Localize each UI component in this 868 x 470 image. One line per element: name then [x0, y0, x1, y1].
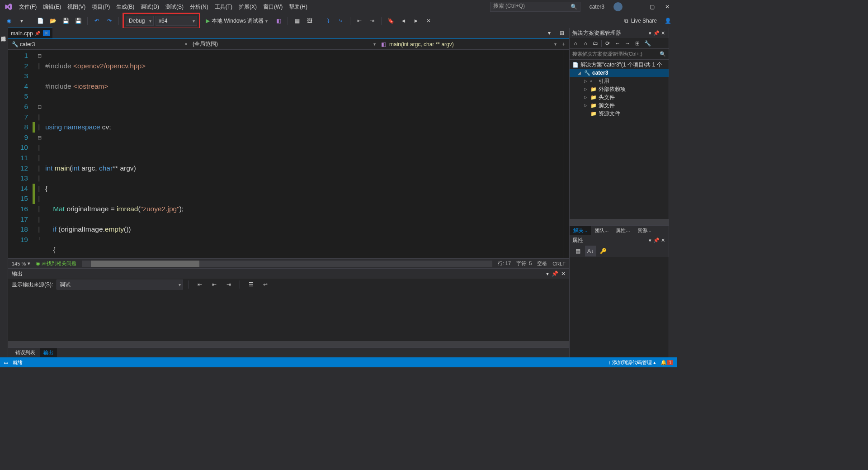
output-scrollbar[interactable]	[8, 341, 569, 347]
se-home2-icon[interactable]: ⌂	[581, 39, 590, 47]
bookmark-prev-icon[interactable]: ◄	[398, 15, 409, 26]
live-share-button[interactable]: ⧉ Live Share	[621, 18, 660, 24]
open-icon[interactable]: 📂	[47, 15, 58, 26]
nav-back-icon[interactable]: ◉	[4, 15, 14, 26]
solution-explorer-icon[interactable]: ⊞	[557, 28, 567, 38]
close-button[interactable]: ✕	[661, 2, 673, 11]
se-sync-icon[interactable]: 🗂	[591, 39, 599, 47]
menu-build[interactable]: 生成(B)	[113, 1, 137, 13]
menu-edit[interactable]: 编辑(E)	[40, 1, 64, 13]
output-pin-icon[interactable]: 📌	[552, 271, 558, 277]
menu-analyze[interactable]: 分析(N)	[187, 1, 211, 13]
fold-column[interactable]: ⊟│⊟││⊟│││││││││└	[35, 50, 43, 258]
props-menu-icon[interactable]: ▾	[647, 237, 653, 243]
config-dropdown[interactable]: Debug	[126, 16, 154, 26]
tab-properties[interactable]: 属性...	[612, 226, 633, 235]
props-alpha-icon[interactable]: A↓	[585, 246, 596, 256]
properties-body[interactable]	[570, 257, 669, 357]
bookmark-next-icon[interactable]: ►	[410, 15, 421, 26]
picture-icon[interactable]: 🖼	[304, 15, 315, 26]
app-icon[interactable]: ◧	[273, 15, 284, 26]
user-name[interactable]: cater3	[590, 4, 604, 10]
indent-left-icon[interactable]: ⇤	[354, 15, 365, 26]
nav-fwd-icon[interactable]: ▾	[16, 15, 27, 26]
maximize-button[interactable]: ▢	[646, 2, 658, 11]
project-node[interactable]: ◢🔧cater3	[570, 69, 669, 77]
ins-indicator[interactable]: 空格	[537, 260, 547, 267]
undo-icon[interactable]: ↶	[91, 15, 102, 26]
se-fwd-icon[interactable]: →	[623, 39, 632, 47]
file-tab-main[interactable]: main.cpp 📌 ✕	[8, 28, 52, 38]
save-icon[interactable]: 💾	[60, 15, 71, 26]
bookmark-clear-icon[interactable]: ✕	[423, 15, 434, 26]
bookmark-icon[interactable]: 🔖	[385, 15, 396, 26]
panel-pin-icon[interactable]: 📌	[653, 30, 660, 36]
redo-icon[interactable]: ↷	[104, 15, 115, 26]
menu-test[interactable]: 测试(S)	[163, 1, 186, 13]
sources-node[interactable]: ▷📁源文件	[570, 101, 669, 109]
horizontal-scrollbar[interactable]	[82, 261, 492, 267]
pin-icon[interactable]: 📌	[35, 31, 40, 36]
props-events-icon[interactable]: 🔑	[598, 246, 609, 256]
menu-window[interactable]: 窗口(W)	[260, 1, 285, 13]
tab-solution[interactable]: 解决...	[570, 226, 591, 235]
error-list-tab[interactable]: 错误列表	[12, 348, 39, 357]
external-deps-node[interactable]: ▷📁外部依赖项	[570, 85, 669, 93]
nav-scope-dropdown[interactable]: (全局范围)	[189, 39, 377, 49]
minimap[interactable]	[563, 50, 569, 258]
menu-tools[interactable]: 工具(T)	[212, 1, 235, 13]
menu-view[interactable]: 视图(V)	[65, 1, 88, 13]
toolbox-icon[interactable]: ▦	[292, 15, 302, 26]
zoom-dropdown[interactable]: 145 % ▾	[12, 261, 30, 266]
se-showall-icon[interactable]: ⊞	[633, 39, 642, 47]
tab-close-icon[interactable]: ✕	[43, 30, 50, 36]
issues-indicator[interactable]: ◉ 未找到相关问题	[36, 260, 76, 267]
output-dropdown-icon[interactable]: ▾	[546, 271, 549, 277]
panel-menu-icon[interactable]: ▾	[647, 30, 653, 36]
start-debug-button[interactable]: ▶ 本地 Windows 调试器 ▾	[202, 16, 271, 26]
solution-root[interactable]: 📄解决方案"cater3"(1 个项目/共 1 个	[570, 61, 669, 69]
col-indicator[interactable]: 字符: 5	[516, 260, 532, 267]
tab-resource-view[interactable]: 资源...	[634, 226, 655, 235]
indent-right-icon[interactable]: ⇥	[367, 15, 377, 26]
output-next-icon[interactable]: ⇥	[223, 279, 234, 290]
menu-extensions[interactable]: 扩展(X)	[236, 1, 259, 13]
server-explorer-tab[interactable]: 服务器资源管理器	[0, 30, 8, 356]
headers-node[interactable]: ▷📁头文件	[570, 93, 669, 101]
output-goto-icon[interactable]: ⇤	[194, 279, 205, 290]
output-wrap-icon[interactable]: ↩	[260, 279, 271, 290]
save-all-icon[interactable]: 💾	[73, 15, 84, 26]
tab-team[interactable]: 团队...	[591, 226, 612, 235]
references-node[interactable]: ▷▫引用	[570, 77, 669, 85]
source-control-button[interactable]: ↑ 添加到源代码管理 ▴	[609, 359, 656, 366]
props-close-icon[interactable]: ✕	[660, 237, 666, 243]
se-refresh-icon[interactable]: ⟳	[604, 39, 612, 47]
user-avatar-icon[interactable]	[613, 2, 623, 11]
code-editor[interactable]: 12345678910111213141516171819 ⊟│⊟││⊟││││…	[8, 50, 569, 258]
step-into-icon[interactable]: ⤷	[335, 15, 346, 26]
new-item-icon[interactable]: 📄	[35, 15, 46, 26]
nav-add-icon[interactable]: ＋	[558, 39, 569, 50]
minimize-button[interactable]: ─	[631, 2, 642, 11]
se-home-icon[interactable]: ⌂	[571, 39, 580, 47]
step-over-icon[interactable]: ⤵	[323, 15, 334, 26]
eol-indicator[interactable]: CRLF	[552, 261, 566, 266]
props-categorized-icon[interactable]: ▤	[572, 246, 583, 256]
panel-close-icon[interactable]: ✕	[660, 30, 666, 36]
feedback-icon[interactable]: 👤	[662, 15, 673, 26]
menu-debug[interactable]: 调试(D)	[138, 1, 162, 13]
props-pin-icon[interactable]: 📌	[653, 237, 660, 243]
output-prev-icon[interactable]: ⇤	[209, 279, 220, 290]
line-indicator[interactable]: 行: 17	[498, 260, 511, 267]
notifications-button[interactable]: 🔔1	[660, 360, 673, 366]
output-body[interactable]	[8, 290, 569, 341]
output-close-icon[interactable]: ✕	[561, 271, 566, 277]
se-back-icon[interactable]: ←	[613, 39, 622, 47]
quick-search-input[interactable]: 搜索 (Ctrl+Q) 🔍	[490, 2, 580, 12]
nav-project-dropdown[interactable]: 🔧 cater3	[8, 39, 189, 49]
nav-function-dropdown[interactable]: ◧ main(int argc, char ** argv)	[377, 39, 558, 49]
menu-help[interactable]: 帮助(H)	[286, 1, 310, 13]
platform-dropdown[interactable]: x64	[156, 16, 197, 26]
code-body[interactable]: #include <opencv2/opencv.hpp> #include <…	[43, 50, 563, 258]
solution-search-input[interactable]: 搜索解决方案资源管理器(Ctrl+;) 🔍	[570, 49, 669, 60]
